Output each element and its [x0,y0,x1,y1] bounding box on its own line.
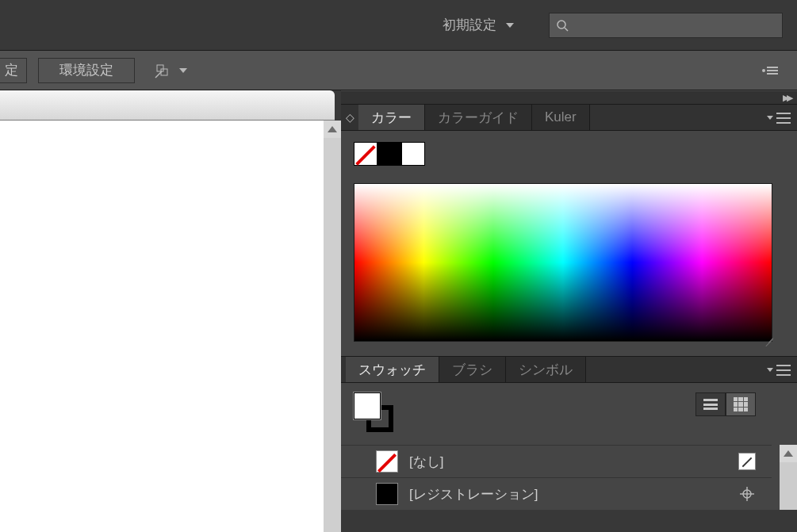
fill-stroke-indicator[interactable] [354,392,393,432]
svg-rect-3 [161,69,167,75]
grid-icon [734,397,748,411]
svg-point-0 [558,21,565,29]
swatch-row-registration[interactable]: [レジストレーション] [341,477,772,510]
resize-handle-icon[interactable] [764,334,774,343]
panel-size-toggle-icon[interactable]: ◇ [341,105,358,130]
tab-color-label: カラー [371,109,412,127]
preferences-button[interactable]: 環境設定 [38,58,135,83]
color-panel-body [341,131,797,357]
swatch-label: [なし] [409,453,727,471]
triangle-up-icon [328,126,337,132]
chevron-down-icon [767,116,773,120]
triangle-up-icon [784,450,793,457]
menu-icon [776,113,791,124]
swatches-panel-menu[interactable] [764,357,791,383]
white-color-chip[interactable] [401,142,425,166]
none-color-chip[interactable] [354,142,377,166]
search-field[interactable] [573,19,776,31]
tab-swatches[interactable]: スウォッチ [346,357,439,382]
chevron-down-icon [767,368,773,372]
registration-mark-icon [738,485,756,503]
svg-line-1 [565,28,568,31]
options-button-partial[interactable]: 定 [0,58,27,83]
color-panel-tabs: ◇ カラー カラーガイド Kuler [341,105,797,131]
tab-color[interactable]: カラー [358,105,425,130]
panel-options-icon[interactable] [762,62,780,79]
options-bar: 定 環境設定 [0,51,797,90]
application-topbar: 初期設定 [0,0,797,51]
tab-brushes-label: ブラシ [452,361,492,379]
non-editable-icon [738,453,756,470]
workspace-switcher[interactable]: 初期設定 [436,13,520,37]
options-dropdown[interactable] [154,62,187,79]
color-panel-menu[interactable] [764,105,791,131]
canvas[interactable] [0,121,324,532]
chevron-down-icon [179,68,187,73]
swatches-panel-tabs: スウォッチ ブラシ シンボル [341,357,797,383]
tab-color-guide-label: カラーガイド [438,109,519,127]
tab-swatches-label: スウォッチ [358,361,426,379]
swatch-list-scrollbar[interactable] [780,445,797,510]
workspace-label: 初期設定 [443,16,496,34]
menu-icon [776,365,791,376]
list-view-button[interactable] [695,392,726,416]
swatches-top-row [354,392,784,432]
fill-swatch[interactable] [354,392,381,419]
tab-symbols-label: シンボル [519,361,573,379]
swatch-view-buttons [695,392,756,416]
svg-point-8 [762,69,765,72]
tab-brushes[interactable]: ブラシ [439,357,506,382]
options-button-partial-label: 定 [5,61,18,79]
scroll-up-button[interactable] [780,445,797,462]
color-spectrum-picker[interactable] [354,183,772,342]
vertical-scrollbar[interactable] [324,121,341,532]
color-quick-chips [354,142,784,166]
swatches-panel-body: [なし] [レジストレーション] [341,383,797,510]
tab-kuler[interactable]: Kuler [532,105,590,130]
swatch-list: [なし] [レジストレーション] [341,445,797,510]
preferences-button-label: 環境設定 [59,61,113,79]
panels-collapse-button[interactable]: ▶▶ [341,90,797,105]
document-tab-strip[interactable] [0,90,335,121]
swatch-row-none[interactable]: [なし] [341,445,772,477]
swatch-label: [レジストレーション] [409,485,727,503]
tab-symbols[interactable]: シンボル [506,357,586,382]
tab-color-guide[interactable]: カラーガイド [425,105,532,130]
search-icon [556,19,569,32]
tab-kuler-label: Kuler [545,109,577,125]
chevron-down-icon [506,23,514,28]
black-color-chip[interactable] [377,142,401,166]
align-icon [154,62,171,79]
grid-view-button[interactable] [726,392,756,416]
double-chevron-right-icon: ▶▶ [783,93,791,103]
panels-column: ▶▶ ◇ カラー カラーガイド Kuler [341,90,797,532]
search-input[interactable] [549,13,783,38]
scroll-up-button[interactable] [324,121,341,138]
none-swatch-icon [376,450,398,473]
list-icon [703,399,718,410]
svg-rect-2 [157,65,163,71]
registration-swatch-icon [376,483,398,505]
